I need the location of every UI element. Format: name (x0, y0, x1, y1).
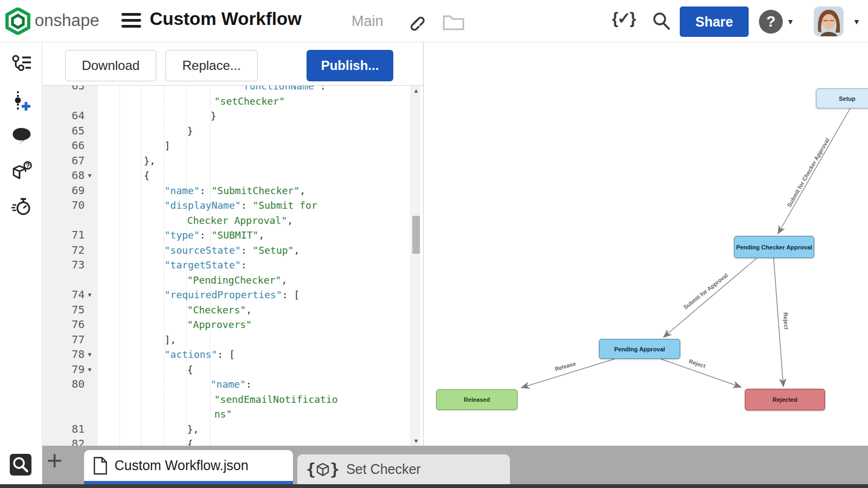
code-line: 66] (42, 138, 411, 153)
code-line: ns" (42, 407, 411, 422)
line-number: 68 (42, 168, 85, 183)
comments-icon[interactable] (11, 125, 33, 147)
code-line: 63"functionName": (42, 86, 411, 94)
line-number: 63 (42, 86, 85, 94)
transition-edge (774, 258, 783, 387)
workspace-name[interactable]: Main (352, 13, 384, 30)
state-node-pending-approval[interactable]: Pending Approval (599, 339, 680, 359)
workflow-manager-icon[interactable] (11, 53, 33, 75)
code-line: 77], (42, 332, 411, 348)
transition-edge (663, 258, 757, 337)
transition-label: Release (554, 360, 577, 373)
code-line: 73"targetState": (42, 258, 411, 273)
state-node-released[interactable]: Released (436, 389, 518, 410)
line-number: 77 (42, 332, 85, 348)
code-line: "PendingChecker", (42, 273, 411, 288)
line-number: 72 (42, 243, 85, 258)
tab-bar: + Custom Workflow.json { } Set Checker (42, 446, 868, 484)
featurescript-icon: { (306, 460, 316, 479)
code-line: 68▾{ (42, 168, 411, 183)
find-tab-icon[interactable] (8, 452, 34, 478)
scrollbar-thumb[interactable] (412, 216, 420, 254)
replace-button[interactable]: Replace... (165, 50, 258, 81)
code-line: 74▾"requiredProperties": [ (42, 287, 411, 303)
featurescript-check-icon[interactable]: {✓} (612, 9, 635, 28)
transition-label: Submit for Checker Approval (786, 137, 831, 208)
line-number: 75 (42, 303, 85, 318)
download-button[interactable]: Download (65, 50, 156, 81)
state-node-pending-checker[interactable]: Pending Checker Approval (734, 236, 814, 258)
line-number: 73 (42, 258, 85, 273)
fold-marker-icon[interactable]: ▾ (88, 347, 92, 362)
transition-edge (778, 108, 850, 234)
app-header: onshape Custom Workflow Main {✓} Share ?… (0, 0, 868, 42)
tab-custom-workflow-json[interactable]: Custom Workflow.json (84, 450, 293, 484)
document-title: Custom Workflow (150, 9, 302, 29)
help-button[interactable]: ? (759, 10, 783, 34)
publish-button[interactable]: Publish... (307, 50, 393, 81)
help-caret-icon[interactable]: ▼ (787, 17, 794, 26)
search-icon[interactable] (651, 11, 672, 31)
code-line: "sendEmailNotificatio (42, 392, 411, 407)
fold-marker-icon[interactable]: ▾ (88, 287, 92, 303)
line-number: 69 (42, 183, 85, 198)
state-node-setup[interactable]: Setup (816, 88, 868, 108)
whats-this-icon[interactable] (11, 160, 33, 182)
left-sidebar (0, 42, 42, 484)
document-icon (93, 457, 108, 475)
line-number: 74 (42, 287, 85, 303)
transition-label: Submit for Approval (682, 272, 729, 310)
line-number: 66 (42, 138, 85, 153)
scroll-up-icon[interactable]: ▲ (411, 87, 421, 94)
code-line: 70"displayName": "Submit for (42, 198, 411, 213)
line-number: 67 (42, 153, 85, 169)
code-line: 76"Approvers" (42, 317, 411, 332)
state-node-rejected[interactable]: Rejected (745, 389, 825, 410)
code-line: 79▾{ (42, 362, 411, 377)
code-rows: 63"functionName":"setChecker"64}65}66]67… (42, 86, 411, 446)
code-line: 64} (42, 108, 411, 124)
line-number: 80 (42, 377, 85, 392)
bottom-strip (0, 484, 868, 488)
editor-toolbar: Download Replace... Publish... (42, 42, 423, 86)
line-number: 78 (42, 347, 85, 362)
transition-label: Reject (782, 312, 790, 330)
avatar[interactable] (814, 7, 844, 36)
account-caret-icon[interactable]: ▼ (853, 17, 860, 26)
onshape-logo-icon[interactable] (5, 8, 30, 35)
code-line: 71"type": "SUBMIT", (42, 228, 411, 243)
code-line: Checker Approval", (42, 213, 411, 228)
add-tab-button[interactable]: + (47, 445, 62, 476)
scroll-down-icon[interactable]: ▼ (411, 438, 421, 444)
code-line: 69"name": "SubmitChecker", (42, 183, 411, 198)
code-line: 82{ (42, 436, 411, 446)
link-icon[interactable] (406, 12, 425, 31)
tab-set-checker[interactable]: { } Set Checker (297, 454, 510, 484)
insert-version-icon[interactable] (11, 90, 33, 112)
workflow-diagram-panel: Submit for Checker ApprovalSubmit for Ap… (423, 42, 868, 446)
fold-marker-icon[interactable]: ▾ (88, 168, 92, 183)
code-line: 67}, (42, 153, 411, 169)
line-number: 79 (42, 362, 85, 377)
code-line: 72"sourceState": "Setup", (42, 243, 411, 258)
line-number: 64 (42, 108, 85, 124)
cube-icon (316, 462, 330, 477)
code-editor-panel: Download Replace... Publish... 63"functi… (42, 42, 423, 446)
code-line: 81}, (42, 422, 411, 437)
code-line: 65} (42, 124, 411, 139)
transition-label: Reject (688, 358, 706, 369)
folder-icon[interactable] (442, 12, 465, 31)
code-viewport[interactable]: 63"functionName":"setChecker"64}65}66]67… (42, 86, 423, 446)
share-button[interactable]: Share (680, 7, 749, 37)
code-line: 80"name": (42, 377, 411, 392)
history-icon[interactable] (11, 196, 33, 217)
line-number: 81 (42, 422, 85, 437)
featurescript-icon-close: } (330, 460, 340, 479)
editor-scrollbar[interactable]: ▲ ▼ (411, 86, 420, 446)
fold-marker-icon[interactable]: ▾ (88, 362, 92, 377)
menu-icon[interactable] (122, 13, 142, 31)
tab-label: Custom Workflow.json (114, 458, 248, 473)
line-number: 70 (42, 198, 85, 213)
line-number: 71 (42, 228, 85, 243)
line-number: 65 (42, 124, 85, 139)
